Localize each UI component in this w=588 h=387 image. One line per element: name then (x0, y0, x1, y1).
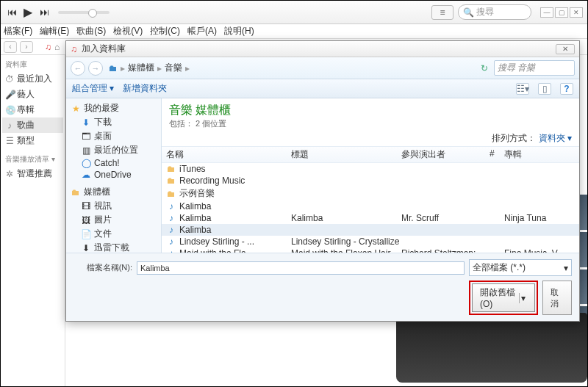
dlg-side-item[interactable]: 🖼圖片 (68, 213, 159, 227)
menu-item[interactable]: 檢視(V) (113, 25, 143, 37)
folder-row[interactable]: 🖿 iTunes (162, 163, 579, 175)
file-row[interactable]: ♪ Maid with the Fla... Maid with the Fla… (162, 247, 579, 253)
menu-item[interactable]: 檔案(F) (4, 25, 32, 37)
dialog-sidebar: ★我的最愛⬇下載🗔桌面▥最近的位置◯Catch!☁OneDrive🖿媒體櫃🎞視訊… (66, 98, 162, 253)
file-icon: ♪ (166, 225, 176, 235)
folder-row[interactable]: 🖿 Recording Music (162, 175, 579, 187)
menu-item[interactable]: 說明(H) (224, 25, 254, 37)
dlg-side-item[interactable]: 🎞視訊 (68, 199, 159, 213)
sidebar-item-smartlist[interactable]: ✲ 智選推薦 (2, 166, 63, 181)
dlg-side-item[interactable]: ◯Catch! (68, 157, 159, 169)
dlg-side-item[interactable]: 🗔桌面 (68, 129, 159, 143)
column-header[interactable]: 名稱 (166, 148, 291, 161)
list-view-button[interactable]: ≡ (431, 5, 453, 20)
library-icon[interactable]: ⌂ (54, 42, 60, 52)
open-button[interactable]: 開啟舊檔(O) ▾ (472, 283, 535, 312)
column-header[interactable]: 參與演出者 (401, 148, 490, 161)
group-label: 媒體櫃 (84, 186, 110, 198)
breadcrumb[interactable]: 🖿 ▸ 媒體櫃 ▸ 音樂 ▸ (109, 62, 190, 74)
dialog-forward-button[interactable]: → (88, 61, 103, 76)
refresh-icon[interactable]: ↻ (478, 63, 491, 73)
music-icon[interactable]: ♫ (45, 42, 51, 52)
sidebar-item-label: 專輯 (17, 104, 35, 116)
itunes-sidebar: 資料庫 ⏱最近加入🎤藝人💿專輯♪歌曲☰類型 音樂播放清單 ▾ ✲ 智選推薦 (1, 55, 65, 386)
player-search[interactable]: 🔍 搜尋 (458, 4, 531, 20)
filename-input[interactable]: Kalimba (137, 261, 465, 275)
close-icon[interactable]: ✕ (570, 7, 583, 18)
file-name: Kalimba (179, 201, 291, 211)
dlg-side-item[interactable]: ▥最近的位置 (68, 143, 159, 157)
crumb-0[interactable]: 媒體櫃 (128, 62, 154, 74)
column-headers[interactable]: 名稱標題參與演出者#專輯 (162, 147, 579, 163)
item-icon: 📄 (81, 229, 91, 239)
file-list[interactable]: 🖿 iTunes 🖿 Recording Music 🖿 示例音樂 ♪ Kali… (162, 163, 579, 253)
file-row[interactable]: ♪ Kalimba (162, 224, 579, 236)
sidebar-item[interactable]: 🎤藝人 (2, 87, 63, 102)
sort-value[interactable]: 資料夾 ▾ (539, 132, 572, 145)
folder-icon: 🖿 (166, 164, 176, 174)
help-icon[interactable]: ? (560, 83, 573, 95)
next-icon[interactable]: ⏭ (37, 6, 51, 19)
filetype-combo[interactable]: 全部檔案 (*.*) ▾ (469, 259, 572, 276)
cancel-button[interactable]: 取消 (542, 281, 572, 315)
volume-slider[interactable] (58, 11, 110, 14)
sidebar-item-label: 智選推薦 (17, 167, 52, 180)
sidebar-item[interactable]: 💿專輯 (2, 102, 63, 117)
file-name: 示例音樂 (179, 187, 291, 200)
folder-icon: 🖿 (109, 63, 118, 73)
open-button-label: 開啟舊檔(O) (480, 286, 517, 309)
menu-item[interactable]: 編輯(E) (40, 25, 69, 37)
column-header[interactable]: 標題 (291, 148, 401, 161)
item-label: 下載 (94, 116, 112, 129)
sidebar-item[interactable]: ♪歌曲 (2, 117, 63, 133)
new-folder-button[interactable]: 新增資料夾 (123, 82, 167, 95)
menu-bar: 檔案(F)編輯(E)歌曲(S)檢視(V)控制(C)帳戶(A)說明(H) (1, 24, 587, 39)
dlg-side-item[interactable]: 📄文件 (68, 227, 159, 241)
dialog-close-button[interactable]: ✕ (556, 44, 575, 54)
item-icon: 🖼 (81, 215, 91, 225)
view-mode-button[interactable]: ☷▾ (516, 83, 529, 95)
file-title: Lindsey Stirling - Crystallize (291, 236, 401, 247)
sidebar-item[interactable]: ☰類型 (2, 133, 63, 148)
item-icon: 🗔 (81, 131, 91, 142)
sidebar-icon: ⏱ (5, 74, 14, 84)
nav-forward-button[interactable]: › (20, 41, 33, 53)
dialog-titlebar: ♫ 加入資料庫 ✕ (66, 41, 579, 57)
play-icon[interactable]: ▶ (21, 6, 35, 19)
main-subtitle: 包括： 2 個位置 (169, 118, 572, 129)
minimize-icon[interactable]: ― (540, 7, 553, 18)
file-row[interactable]: ♪ Kalimba Kalimba Mr. Scruff Ninja Tuna (162, 212, 579, 224)
window-buttons: ― ▢ ✕ (540, 7, 583, 18)
dlg-side-group[interactable]: ★我的最愛 (68, 101, 159, 115)
column-header[interactable]: 專輯 (504, 148, 575, 161)
dlg-side-item[interactable]: ⬇迅雷下載 (68, 241, 159, 253)
dialog-search-input[interactable]: 搜尋 音樂 (494, 60, 575, 76)
dialog-back-button[interactable]: ← (71, 61, 85, 76)
dlg-side-group[interactable]: 🖿媒體櫃 (68, 185, 159, 199)
preview-pane-button[interactable]: ▯ (538, 83, 551, 95)
prev-icon[interactable]: ⏮ (5, 6, 18, 19)
maximize-icon[interactable]: ▢ (555, 7, 568, 18)
menu-item[interactable]: 歌曲(S) (76, 25, 106, 37)
dialog-footer: 檔案名稱(N): Kalimba 全部檔案 (*.*) ▾ 開啟舊檔(O) ▾ … (66, 253, 579, 321)
sidebar-header-playlists[interactable]: 音樂播放清單 ▾ (2, 153, 63, 166)
sidebar-item-label: 歌曲 (17, 119, 35, 131)
nav-back-button[interactable]: ‹ (4, 41, 17, 53)
file-row[interactable]: ♪ Kalimba (162, 200, 579, 212)
file-name: Kalimba (179, 213, 291, 223)
organize-button[interactable]: 組合管理 ▾ (72, 82, 114, 95)
dlg-side-item[interactable]: ⬇下載 (68, 115, 159, 129)
folder-row[interactable]: 🖿 示例音樂 (162, 187, 579, 200)
dlg-side-item[interactable]: ☁OneDrive (68, 169, 159, 181)
file-row[interactable]: ♪ Lindsey Stirling - ... Lindsey Stirlin… (162, 236, 579, 247)
sidebar-item[interactable]: ⏱最近加入 (2, 71, 63, 87)
column-header[interactable]: # (490, 148, 504, 161)
item-icon: 🎞 (81, 201, 91, 211)
file-artist: Mr. Scruff (401, 213, 490, 223)
crumb-1[interactable]: 音樂 (165, 62, 182, 74)
background-laptop (396, 313, 587, 383)
menu-item[interactable]: 帳戶(A) (187, 25, 217, 37)
open-split-arrow[interactable]: ▾ (519, 293, 527, 303)
sidebar-icon: ☰ (5, 136, 14, 146)
menu-item[interactable]: 控制(C) (150, 25, 180, 37)
